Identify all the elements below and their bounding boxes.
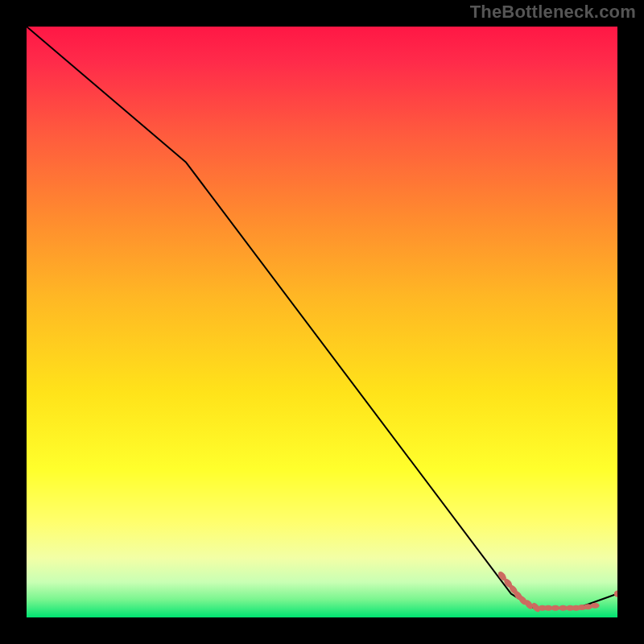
marker-group: [497, 570, 617, 613]
data-marker: [591, 603, 600, 609]
chart-frame: TheBottleneck.com: [0, 0, 644, 644]
watermark-text: TheBottleneck.com: [470, 2, 636, 23]
curve-line: [27, 27, 617, 609]
data-marker: [614, 590, 617, 597]
chart-overlay: [27, 27, 617, 617]
data-marker: [551, 605, 559, 611]
